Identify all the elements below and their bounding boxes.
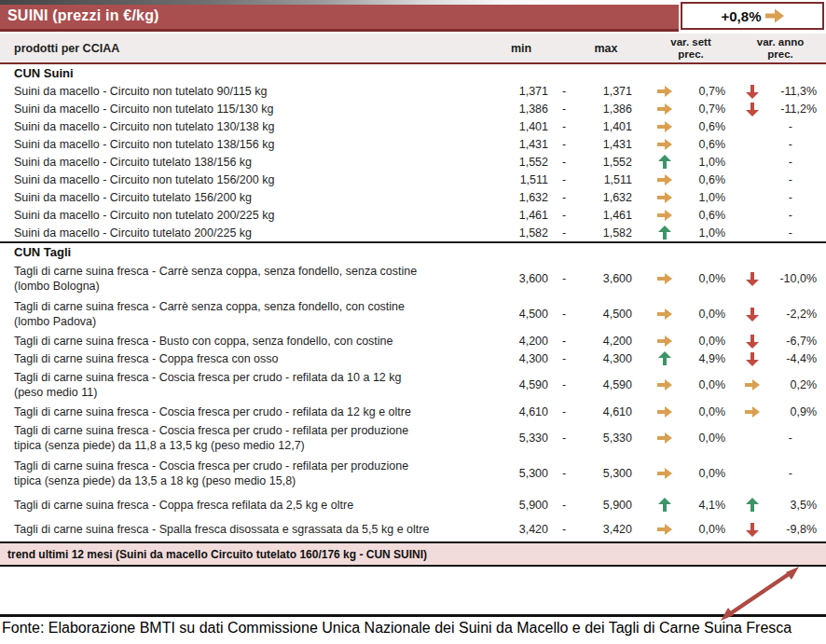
- trend-arrow-icon: [656, 172, 673, 187]
- table-row: Suini da macello - Circuito non tutelato…: [0, 100, 826, 117]
- product-name: Tagli di carne suina fresca - Coscia fre…: [7, 404, 494, 419]
- min-value: 4,590: [494, 378, 548, 391]
- max-value: 4,590: [580, 378, 632, 391]
- right-arrow-icon: [764, 7, 786, 25]
- trend-arrow-icon: [656, 498, 673, 513]
- var-sett-cell: 0,0%: [656, 431, 725, 445]
- var-sett-value: 1,0%: [673, 226, 725, 240]
- var-anno-cell: -: [744, 155, 817, 170]
- trend-arrow-icon: [744, 155, 761, 170]
- range-separator: -: [548, 352, 580, 365]
- var-anno-cell: -4,4%: [744, 351, 817, 366]
- product-name: Suini da macello - Circuito non tutelato…: [7, 137, 494, 152]
- table-row: Tagli di carne suina fresca - Coscia fre…: [0, 456, 826, 491]
- table-row: Tagli di carne suina fresca - Carrè senz…: [0, 296, 826, 332]
- column-var-sett-line2: prec.: [656, 48, 725, 61]
- trend-arrow-icon: [656, 137, 673, 152]
- trend-arrow-icon: [744, 334, 761, 349]
- range-separator: -: [548, 405, 580, 418]
- column-product: prodotti per CCIAA: [7, 41, 494, 56]
- var-anno-value: -: [761, 191, 817, 204]
- var-sett-cell: 0,0%: [656, 334, 725, 349]
- trend-arrow-icon: [744, 172, 761, 187]
- var-anno-cell: -2,2%: [744, 307, 817, 322]
- column-var-anno-line2: prec.: [744, 48, 817, 61]
- trend-arrow-icon: [744, 271, 761, 286]
- trend-arrow-icon: [656, 102, 673, 116]
- var-sett-cell: 1,0%: [656, 226, 725, 240]
- range-separator: -: [548, 191, 580, 204]
- product-name: Suini da macello - Circuito non tutelato…: [7, 84, 494, 99]
- trend-arrow-icon: [656, 522, 673, 537]
- var-sett-cell: 4,1%: [656, 498, 725, 513]
- max-value: 5,330: [580, 432, 632, 445]
- var-sett-value: 0,0%: [673, 523, 725, 536]
- var-sett-value: 0,7%: [673, 103, 725, 116]
- trend-arrow-icon: [744, 404, 761, 419]
- trend-arrow-icon: [744, 226, 761, 240]
- table-row: Tagli di carne suina fresca - Coscia fre…: [0, 367, 826, 403]
- trend-arrow-icon: [656, 271, 673, 286]
- max-value: 1,582: [580, 226, 632, 240]
- trend-arrow-icon: [744, 190, 761, 205]
- var-anno-value: -: [761, 138, 817, 151]
- min-value: 1,552: [494, 156, 548, 169]
- var-sett-value: 0,0%: [673, 308, 725, 321]
- var-sett-cell: 4,9%: [656, 351, 725, 366]
- var-sett-value: 1,0%: [673, 156, 725, 169]
- trend-arrow-icon: [744, 307, 761, 322]
- max-value: 1,431: [580, 138, 632, 151]
- trend-arrow-icon: [656, 404, 673, 419]
- product-name: Suini da macello - Circuito non tutelato…: [7, 172, 494, 187]
- min-value: 1,431: [494, 138, 548, 151]
- table-row: Tagli di carne suina fresca - Busto con …: [0, 332, 826, 349]
- var-anno-cell: -: [744, 172, 817, 187]
- var-anno-value: -: [761, 432, 817, 445]
- var-sett-value: 4,1%: [673, 499, 725, 512]
- var-sett-cell: 0,0%: [656, 466, 725, 481]
- column-var-anno: var. annoprec.: [744, 36, 817, 61]
- var-sett-cell: 0,6%: [656, 137, 725, 152]
- product-name: Tagli di carne suina fresca - Coscia fre…: [7, 423, 494, 453]
- trend-arrow-icon: [744, 102, 761, 116]
- table-row: Suini da macello - Circuito tutelato 138…: [0, 153, 826, 171]
- min-value: 5,330: [494, 432, 548, 445]
- var-sett-value: 0,0%: [673, 432, 725, 445]
- trend-arrow-icon: [656, 466, 673, 481]
- trend-arrow-icon: [656, 190, 673, 205]
- var-sett-cell: 0,0%: [656, 307, 725, 322]
- var-anno-value: -4,4%: [761, 352, 817, 365]
- table-row: Tagli di carne suina fresca - Coscia fre…: [0, 403, 826, 420]
- var-anno-cell: -11,2%: [744, 102, 817, 116]
- table-column-header: prodotti per CCIAA min max var. settprec…: [0, 34, 826, 64]
- trend-arrow-icon: [656, 351, 673, 366]
- table-row: Tagli di carne suina fresca - Coppa fres…: [0, 349, 826, 367]
- product-name: Suini da macello - Circuito tutelato 200…: [7, 226, 494, 240]
- var-anno-value: -: [761, 226, 817, 240]
- var-anno-value: -: [761, 467, 817, 480]
- range-separator: -: [548, 467, 580, 480]
- max-value: 4,300: [580, 352, 632, 365]
- min-value: 3,600: [494, 272, 548, 285]
- trend-arrow-icon: [744, 137, 761, 152]
- var-sett-value: 1,0%: [673, 191, 725, 204]
- var-anno-value: 0,9%: [761, 405, 817, 418]
- var-anno-value: -11,2%: [761, 103, 817, 116]
- var-anno-value: -: [761, 156, 817, 169]
- var-anno-cell: -6,7%: [744, 334, 817, 349]
- var-sett-value: 0,6%: [673, 120, 725, 133]
- max-value: 4,500: [580, 308, 632, 321]
- var-anno-cell: -: [744, 431, 817, 445]
- range-separator: -: [548, 335, 580, 348]
- trend-arrow-icon: [744, 119, 761, 134]
- range-separator: -: [548, 103, 580, 116]
- trend-arrow-icon: [744, 208, 761, 223]
- min-value: 5,900: [494, 499, 548, 512]
- var-anno-cell: -: [744, 137, 817, 152]
- range-separator: -: [548, 85, 580, 98]
- var-sett-cell: 0,0%: [656, 271, 725, 286]
- column-var-anno-line1: var. anno: [744, 36, 817, 48]
- table-row: Suini da macello - Circuito tutelato 156…: [0, 188, 826, 206]
- var-sett-cell: 0,6%: [656, 119, 725, 134]
- var-sett-value: 0,6%: [673, 138, 725, 151]
